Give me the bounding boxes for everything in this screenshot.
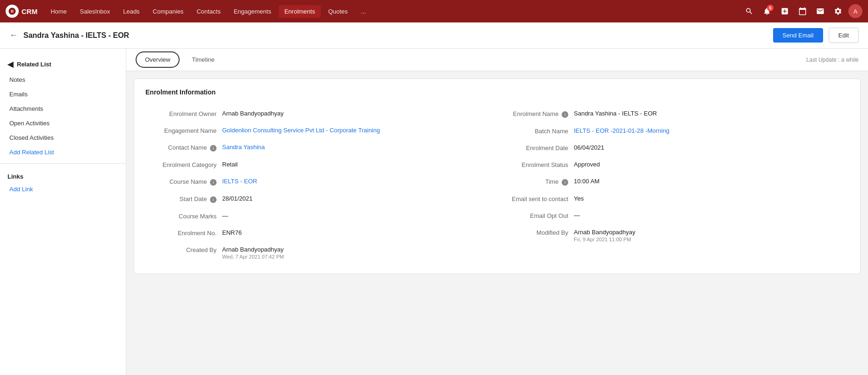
nav-engagements[interactable]: Engagements (228, 5, 277, 18)
field-value-created-by: Arnab Bandyopadhyay Wed, 7 Apr 2021 07:4… (222, 246, 492, 260)
sidebar: ◀ Related List Notes Emails Attachments … (0, 49, 126, 375)
sidebar-item-open-activities[interactable]: Open Activities (0, 116, 126, 130)
field-label-modified-by: Modified By (503, 229, 568, 236)
field-contact-name: Contact Name i Sandra Yashina (145, 139, 497, 156)
nav-contacts[interactable]: Contacts (191, 5, 226, 18)
field-value-enrolment-date: 06/04/2021 (574, 144, 843, 151)
field-created-by: Created By Arnab Bandyopadhyay Wed, 7 Ap… (145, 241, 497, 264)
nav-home[interactable]: Home (45, 5, 72, 18)
field-email-sent-to-contact: Email sent to contact Yes (497, 190, 849, 207)
field-enrolment-owner: Enrolment Owner Arnab Bandyopadhyay (145, 105, 497, 122)
related-list-header: ◀ Related List (0, 56, 126, 72)
add-link-link[interactable]: Add Link (0, 182, 126, 196)
add-icon-btn[interactable] (777, 4, 792, 19)
add-related-list-link[interactable]: Add Related List (0, 145, 126, 159)
tab-overview[interactable]: Overview (136, 51, 180, 68)
field-label-email-opt-out: Email Opt Out (503, 212, 568, 219)
field-value-enrolment-category: Retail (222, 161, 492, 168)
field-label-time: Time i (503, 178, 568, 186)
sidebar-item-attachments[interactable]: Attachments (0, 101, 126, 116)
field-value-batch-name[interactable]: IELTS - EOR -2021-01-28 -Morning (574, 127, 843, 134)
fields-grid: Enrolment Owner Arnab Bandyopadhyay Enga… (145, 105, 849, 264)
field-enrolment-status: Enrolment Status Approved (497, 156, 849, 173)
notification-badge: 5 (767, 5, 774, 11)
enrolment-name-info-icon: i (562, 111, 568, 118)
field-enrolment-category: Enrolment Category Retail (145, 156, 497, 173)
field-value-email-opt-out: — (574, 212, 843, 219)
top-navigation: CRM Home SalesInbox Leads Companies Cont… (0, 0, 868, 22)
field-label-course-marks: Course Marks (151, 212, 217, 220)
user-avatar[interactable]: A (848, 4, 862, 18)
course-name-info-icon: i (210, 179, 217, 186)
field-value-enrolment-name: Sandra Yashina - IELTS - EOR (574, 110, 843, 117)
sidebar-item-notes[interactable]: Notes (0, 72, 126, 87)
field-value-engagement-name[interactable]: Goldenlion Consulting Service Pvt Ltd - … (222, 127, 492, 134)
main-content: Overview Timeline Last Update : a while … (126, 49, 868, 375)
field-value-enrolment-no: ENR76 (222, 229, 492, 236)
tabs-bar: Overview Timeline Last Update : a while (126, 49, 868, 71)
field-label-start-date: Start Date i (151, 195, 217, 203)
field-label-created-by: Created By (151, 246, 217, 253)
field-value-email-sent: Yes (574, 195, 843, 202)
field-value-enrolment-owner: Arnab Bandyopadhyay (222, 110, 492, 117)
start-date-info-icon: i (210, 196, 217, 203)
field-enrolment-no: Enrolment No. ENR76 (145, 224, 497, 241)
field-batch-name: Batch Name IELTS - EOR -2021-01-28 -Morn… (497, 123, 849, 139)
field-value-time: 10:00 AM (574, 178, 843, 185)
notifications-icon-btn[interactable]: 5 (760, 4, 774, 19)
field-label-email-sent: Email sent to contact (503, 195, 568, 202)
field-label-course-name: Course Name i (151, 178, 217, 186)
logo-icon (6, 5, 19, 18)
field-course-name: Course Name i IELTS - EOR (145, 173, 497, 190)
send-email-button[interactable]: Send Email (773, 28, 823, 43)
field-value-enrolment-status: Approved (574, 161, 843, 168)
nav-companies[interactable]: Companies (147, 5, 189, 18)
field-label-enrolment-status: Enrolment Status (503, 161, 568, 168)
nav-leads[interactable]: Leads (117, 5, 145, 18)
field-label-enrolment-no: Enrolment No. (151, 229, 217, 237)
back-button[interactable]: ← (9, 30, 18, 40)
field-enrolment-name: Enrolment Name i Sandra Yashina - IELTS … (497, 105, 849, 123)
related-list-icon: ◀ (7, 60, 13, 69)
edit-button[interactable]: Edit (829, 28, 859, 43)
field-value-contact-name[interactable]: Sandra Yashina (222, 144, 492, 151)
calendar-icon-btn[interactable] (795, 4, 810, 19)
field-value-modified-by: Arnab Bandyopadhyay Fri, 9 Apr 2021 11:0… (574, 229, 843, 242)
links-header: Links (0, 167, 126, 182)
field-email-opt-out: Email Opt Out — (497, 207, 849, 224)
field-label-engagement-name: Engagement Name (151, 127, 217, 134)
sidebar-item-emails[interactable]: Emails (0, 87, 126, 101)
field-start-date: Start Date i 28/01/2021 (145, 190, 497, 208)
field-value-course-name[interactable]: IELTS - EOR (222, 178, 492, 185)
modified-by-sub: Fri, 9 Apr 2021 11:00 PM (574, 237, 843, 242)
sidebar-divider (0, 163, 126, 164)
field-modified-by: Modified By Arnab Bandyopadhyay Fri, 9 A… (497, 224, 849, 247)
nav-salesinbox[interactable]: SalesInbox (74, 5, 116, 18)
field-time: Time i 10:00 AM (497, 173, 849, 190)
field-enrolment-date: Enrolment Date 06/04/2021 (497, 139, 849, 156)
field-label-contact-name: Contact Name i (151, 144, 217, 151)
field-engagement-name: Engagement Name Goldenlion Consulting Se… (145, 122, 497, 139)
subheader: ← Sandra Yashina - IELTS - EOR Send Emai… (0, 22, 868, 49)
field-label-enrolment-date: Enrolment Date (503, 144, 568, 151)
nav-more[interactable]: ... (355, 5, 372, 18)
field-label-enrolment-name: Enrolment Name i (503, 110, 568, 118)
contact-name-info-icon: i (210, 145, 217, 151)
mail-icon-btn[interactable] (813, 4, 828, 19)
topnav-icons: 5 A (742, 4, 862, 19)
left-fields: Enrolment Owner Arnab Bandyopadhyay Enga… (145, 105, 497, 264)
field-value-start-date: 28/01/2021 (222, 195, 492, 202)
nav-quotes[interactable]: Quotes (323, 5, 354, 18)
field-course-marks: Course Marks — (145, 208, 497, 224)
logo-text: CRM (22, 7, 37, 15)
nav-enrolments[interactable]: Enrolments (279, 5, 321, 18)
field-value-course-marks: — (222, 212, 492, 219)
right-fields: Enrolment Name i Sandra Yashina - IELTS … (497, 105, 849, 264)
page-title: Sandra Yashina - IELTS - EOR (23, 31, 767, 40)
logo[interactable]: CRM (6, 5, 37, 18)
section-title: Enrolment Information (145, 88, 849, 96)
tab-timeline[interactable]: Timeline (183, 52, 223, 67)
sidebar-item-closed-activities[interactable]: Closed Activities (0, 130, 126, 145)
search-icon-btn[interactable] (742, 4, 757, 19)
settings-icon-btn[interactable] (831, 4, 846, 19)
